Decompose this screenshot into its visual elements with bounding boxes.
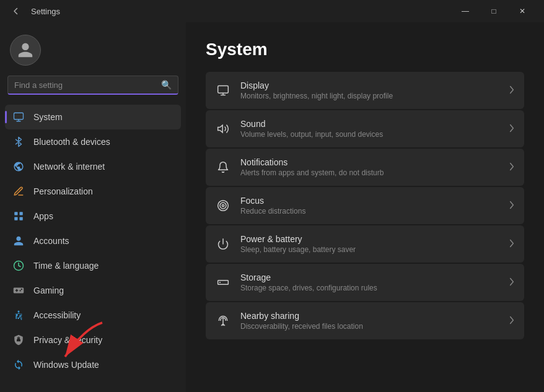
content-area: System DisplayMonitors, brightness, nigh…: [186, 22, 544, 392]
setting-item-text-sound: SoundVolume levels, output, input, sound…: [240, 119, 499, 139]
setting-item-desc-power: Sleep, battery usage, battery saver: [240, 245, 499, 254]
personalization-icon: [12, 185, 25, 198]
privacy-icon: [12, 334, 25, 346]
chevron-right-icon: [509, 124, 514, 134]
close-button[interactable]: ✕: [508, 0, 537, 22]
sidebar-nav: SystemBluetooth & devicesNetwork & inter…: [0, 102, 186, 392]
sidebar-item-label-personalization: Personalization: [33, 186, 93, 196]
svg-rect-4: [20, 217, 23, 220]
setting-item-desc-notifications: Alerts from apps and system, do not dist…: [240, 168, 499, 177]
storage-setting-icon: [216, 275, 230, 290]
display-setting-icon: [216, 83, 230, 98]
setting-item-title-notifications: Notifications: [240, 157, 499, 167]
sidebar-item-label-apps: Apps: [33, 211, 53, 221]
setting-item-title-display: Display: [240, 81, 499, 90]
apps-icon: [12, 210, 25, 222]
maximize-button[interactable]: □: [480, 0, 508, 22]
sidebar-item-gaming[interactable]: Gaming: [5, 278, 181, 303]
setting-item-nearby[interactable]: Nearby sharingDiscoverability, received …: [206, 302, 524, 339]
search-section: 🔍: [0, 76, 186, 102]
sidebar-item-accessibility[interactable]: Accessibility: [5, 303, 181, 328]
sidebar-item-label-system: System: [33, 112, 63, 122]
setting-item-text-nearby: Nearby sharingDiscoverability, received …: [240, 311, 499, 331]
sidebar-item-label-time: Time & language: [33, 261, 99, 271]
sidebar-item-privacy[interactable]: Privacy & security: [5, 328, 181, 352]
svg-rect-2: [20, 212, 23, 215]
sidebar-item-label-update: Windows Update: [33, 360, 99, 370]
setting-item-title-power: Power & battery: [240, 234, 499, 244]
setting-item-desc-focus: Reduce distractions: [240, 207, 499, 216]
setting-item-desc-nearby: Discoverability, received files location: [240, 322, 499, 331]
setting-item-text-power: Power & batterySleep, battery usage, bat…: [240, 234, 499, 254]
sidebar-item-personalization[interactable]: Personalization: [5, 179, 181, 204]
sidebar-item-accounts[interactable]: Accounts: [5, 229, 181, 253]
setting-item-display[interactable]: DisplayMonitors, brightness, night light…: [206, 72, 524, 109]
sidebar-item-label-gaming: Gaming: [33, 285, 64, 295]
page-title: System: [206, 40, 524, 59]
sidebar-item-label-network: Network & internet: [33, 162, 105, 172]
title-bar-left: Settings: [7, 2, 60, 20]
time-icon: [12, 259, 25, 272]
bluetooth-icon: [12, 136, 25, 148]
avatar[interactable]: [10, 35, 41, 66]
settings-list: DisplayMonitors, brightness, night light…: [206, 72, 524, 339]
setting-item-desc-storage: Storage space, drives, configuration rul…: [240, 284, 499, 292]
avatar-section: [0, 22, 186, 76]
setting-item-sound[interactable]: SoundVolume levels, output, input, sound…: [206, 110, 524, 147]
search-box[interactable]: 🔍: [7, 76, 178, 95]
setting-item-storage[interactable]: StorageStorage space, drives, configurat…: [206, 264, 524, 301]
svg-point-8: [218, 201, 229, 211]
sidebar-item-system[interactable]: System: [5, 105, 181, 129]
svg-point-10: [222, 204, 224, 206]
app-title: Settings: [31, 7, 60, 16]
title-bar: Settings — □ ✕: [0, 0, 544, 22]
back-button[interactable]: [7, 2, 25, 20]
gaming-icon: [12, 284, 25, 297]
chevron-right-icon: [509, 201, 514, 211]
chevron-right-icon: [509, 239, 514, 250]
chevron-right-icon: [509, 316, 514, 326]
setting-item-text-storage: StorageStorage space, drives, configurat…: [240, 272, 499, 292]
chevron-right-icon: [509, 85, 514, 96]
window-controls: — □ ✕: [451, 0, 537, 22]
setting-item-power[interactable]: Power & batterySleep, battery usage, bat…: [206, 225, 524, 263]
setting-item-title-storage: Storage: [240, 272, 499, 282]
setting-item-focus[interactable]: FocusReduce distractions: [206, 187, 524, 224]
setting-item-text-notifications: NotificationsAlerts from apps and system…: [240, 157, 499, 177]
sidebar-item-label-accounts: Accounts: [33, 236, 69, 246]
setting-item-desc-sound: Volume levels, output, input, sound devi…: [240, 130, 499, 139]
chevron-right-icon: [509, 162, 514, 173]
svg-point-9: [220, 203, 226, 209]
accounts-icon: [12, 235, 25, 247]
accessibility-icon: [12, 309, 25, 321]
sidebar-item-label-accessibility: Accessibility: [33, 310, 81, 320]
nearby-setting-icon: [216, 313, 230, 328]
sidebar: 🔍 SystemBluetooth & devicesNetwork & int…: [0, 22, 186, 392]
setting-item-text-focus: FocusReduce distractions: [240, 196, 499, 216]
setting-item-notifications[interactable]: NotificationsAlerts from apps and system…: [206, 149, 524, 186]
search-icon[interactable]: 🔍: [161, 80, 172, 90]
sidebar-item-label-bluetooth: Bluetooth & devices: [33, 137, 110, 147]
sidebar-item-apps[interactable]: Apps: [5, 204, 181, 229]
sidebar-item-bluetooth[interactable]: Bluetooth & devices: [5, 129, 181, 154]
sidebar-item-network[interactable]: Network & internet: [5, 154, 181, 179]
svg-rect-7: [218, 86, 229, 94]
setting-item-title-nearby: Nearby sharing: [240, 311, 499, 321]
search-input[interactable]: [14, 81, 156, 90]
setting-item-title-sound: Sound: [240, 119, 499, 129]
notifications-setting-icon: [216, 160, 230, 175]
update-icon: [12, 359, 25, 371]
main-layout: 🔍 SystemBluetooth & devicesNetwork & int…: [0, 22, 544, 392]
minimize-button[interactable]: —: [451, 0, 480, 22]
setting-item-desc-display: Monitors, brightness, night light, displ…: [240, 92, 499, 100]
setting-item-title-focus: Focus: [240, 196, 499, 206]
chevron-right-icon: [509, 277, 514, 288]
svg-rect-3: [14, 217, 17, 220]
setting-item-text-display: DisplayMonitors, brightness, night light…: [240, 81, 499, 100]
sidebar-item-time[interactable]: Time & language: [5, 253, 181, 278]
power-setting-icon: [216, 237, 230, 251]
svg-point-6: [18, 311, 20, 313]
system-icon: [12, 111, 25, 123]
svg-rect-1: [14, 212, 17, 215]
sidebar-item-update[interactable]: Windows Update: [5, 352, 181, 377]
